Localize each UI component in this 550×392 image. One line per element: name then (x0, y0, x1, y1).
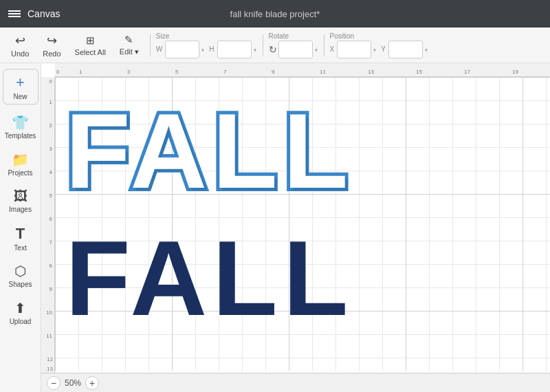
shapes-icon: ⬡ (14, 263, 26, 279)
sidebar-item-label-shapes: Shapes (9, 281, 32, 288)
canvas-area[interactable]: 0 1 3 5 7 9 11 13 15 17 19 21 0 1 2 3 4 … (41, 63, 550, 392)
zoom-value: 50% (65, 378, 81, 388)
y-input[interactable] (388, 41, 423, 58)
sidebar-item-text[interactable]: T Text (3, 220, 38, 256)
sidebar-item-label-text: Text (14, 244, 26, 252)
sidebar-item-templates[interactable]: 👕 Templates (3, 109, 38, 144)
zoom-in-button[interactable]: + (85, 376, 99, 390)
rotate-group: Rotate ↻ ⬧ (269, 32, 318, 58)
ruler-top: 0 1 3 5 7 9 11 13 15 17 19 21 (55, 63, 550, 77)
sidebar: + New 👕 Templates 📁 Projects 🖼 Images T … (0, 63, 41, 392)
projects-icon: 📁 (12, 151, 29, 168)
toolbar: ↩ Undo ↪ Redo ⊞ Select All ✎ Edit ▾ Size… (0, 28, 550, 63)
sidebar-item-upload[interactable]: ⬆ Upload (3, 294, 38, 330)
sidebar-item-projects[interactable]: 📁 Projects (3, 146, 38, 182)
redo-button[interactable]: ↪ Redo (37, 30, 66, 61)
sidebar-item-shapes[interactable]: ⬡ Shapes (3, 257, 38, 293)
status-bar: − 50% + (41, 373, 550, 392)
width-input[interactable] (165, 41, 199, 58)
sidebar-item-label-new: New (13, 93, 27, 100)
menu-button[interactable] (8, 9, 21, 19)
size-group: Size W ⬧ H ⬧ (156, 32, 257, 58)
height-input[interactable] (217, 41, 252, 58)
undo-button[interactable]: ↩ Undo (6, 30, 34, 61)
height-label: H (209, 45, 214, 53)
main-area: + New 👕 Templates 📁 Projects 🖼 Images T … (0, 63, 550, 392)
upload-icon: ⬆ (14, 300, 26, 316)
sidebar-item-label-images: Images (9, 206, 32, 213)
sidebar-item-images[interactable]: 🖼 Images (3, 183, 38, 219)
x-label: X (330, 45, 335, 53)
sidebar-item-new[interactable]: + New (3, 69, 38, 105)
size-label: Size (156, 32, 169, 40)
separator-3 (324, 34, 324, 56)
fall-solid-text[interactable]: FALL (65, 225, 353, 331)
canvas-content[interactable]: FALL FALL (55, 77, 550, 371)
edit-button[interactable]: ✎ Edit ▾ (114, 30, 144, 61)
position-label: Position (330, 32, 355, 40)
top-bar: Canvas fall knife blade project* (0, 0, 550, 28)
rotate-input[interactable] (278, 41, 313, 58)
rotate-label: Rotate (269, 32, 289, 40)
sidebar-item-label-templates: Templates (5, 132, 36, 140)
sidebar-item-label-projects: Projects (8, 169, 32, 177)
separator-1 (150, 34, 151, 56)
zoom-out-button[interactable]: − (47, 376, 60, 390)
images-icon: 🖼 (14, 188, 28, 204)
redo-icon: ↪ (47, 33, 57, 48)
select-all-icon: ⊞ (86, 34, 95, 47)
edit-icon: ✎ (124, 34, 133, 46)
new-icon: + (16, 74, 25, 91)
position-group: Position X ⬧ Y ⬧ (330, 32, 428, 58)
sidebar-item-label-upload: Upload (10, 318, 32, 325)
width-label: W (156, 45, 162, 53)
project-title: fall knife blade project* (230, 9, 320, 19)
select-all-button[interactable]: ⊞ Select All (69, 30, 111, 61)
ruler-left: 0 1 2 3 4 5 6 7 8 9 10 11 12 13 14 (41, 77, 55, 392)
separator-2 (263, 34, 263, 56)
undo-icon: ↩ (15, 33, 25, 48)
templates-icon: 👕 (12, 114, 29, 131)
fall-outline-text[interactable]: FALL (65, 98, 353, 204)
y-label: Y (381, 45, 386, 53)
text-icon: T (16, 225, 25, 243)
x-input[interactable] (337, 41, 371, 58)
